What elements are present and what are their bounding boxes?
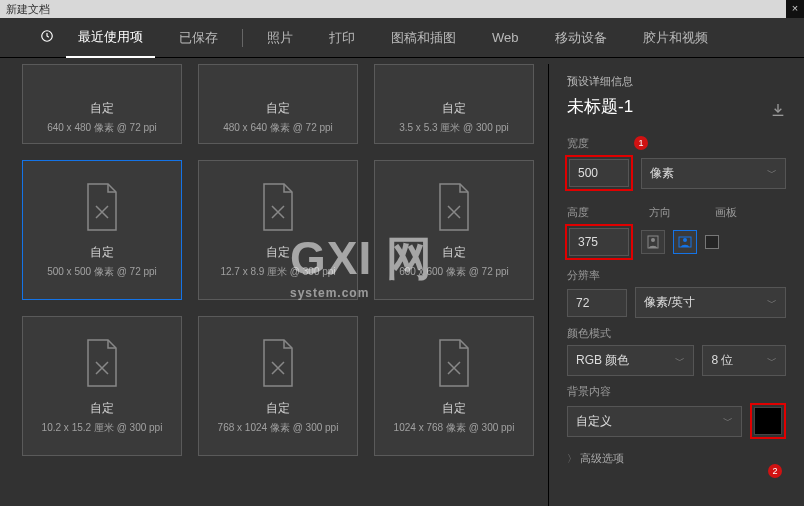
preset-title: 自定 xyxy=(90,400,114,417)
preset-card[interactable]: 自定 12.7 x 8.9 厘米 @ 300 ppi xyxy=(198,160,358,300)
preset-title: 自定 xyxy=(442,244,466,261)
preset-title: 自定 xyxy=(266,100,290,117)
background-color-swatch[interactable] xyxy=(754,407,782,435)
titlebar: 新建文档 xyxy=(0,0,804,18)
color-mode-value: RGB 颜色 xyxy=(576,352,629,369)
save-preset-icon[interactable] xyxy=(770,102,786,121)
file-icon xyxy=(82,182,122,232)
tab-web[interactable]: Web xyxy=(480,20,531,55)
bit-depth-value: 8 位 xyxy=(711,352,733,369)
preset-card[interactable]: 自定 3.5 x 5.3 厘米 @ 300 ppi xyxy=(374,64,534,144)
preset-sub: 500 x 500 像素 @ 72 ppi xyxy=(47,265,157,279)
bit-depth-select[interactable]: 8 位 ﹀ xyxy=(702,345,786,376)
advanced-options-toggle[interactable]: 〉 高级选项 xyxy=(567,451,786,466)
preset-card[interactable]: 自定 1024 x 768 像素 @ 300 ppi xyxy=(374,316,534,456)
preset-sub: 480 x 640 像素 @ 72 ppi xyxy=(223,121,333,135)
chevron-down-icon: ﹀ xyxy=(767,166,777,180)
file-icon xyxy=(258,182,298,232)
tab-saved[interactable]: 已保存 xyxy=(167,19,230,57)
close-button[interactable]: × xyxy=(786,0,804,18)
width-label: 宽度 xyxy=(567,136,786,151)
chevron-down-icon: ﹀ xyxy=(723,414,733,428)
tab-recent[interactable]: 最近使用项 xyxy=(66,18,155,58)
artboard-checkbox[interactable] xyxy=(705,235,719,249)
width-unit-value: 像素 xyxy=(650,165,674,182)
preset-sub: 10.2 x 15.2 厘米 @ 300 ppi xyxy=(42,421,163,435)
color-mode-label: 颜色模式 xyxy=(567,326,786,341)
preset-title: 自定 xyxy=(90,244,114,261)
file-icon xyxy=(258,338,298,388)
preset-title: 自定 xyxy=(266,400,290,417)
divider xyxy=(242,29,243,47)
background-value: 自定义 xyxy=(576,413,612,430)
width-unit-select[interactable]: 像素 ﹀ xyxy=(641,158,786,189)
preset-sub: 1024 x 768 像素 @ 300 ppi xyxy=(394,421,515,435)
preset-details-panel: 预设详细信息 未标题-1 宽度 1 像素 ﹀ xyxy=(548,64,804,506)
preset-sub: 640 x 480 像素 @ 72 ppi xyxy=(47,121,157,135)
svg-point-4 xyxy=(683,238,687,242)
tab-mobile[interactable]: 移动设备 xyxy=(543,19,619,57)
preset-card[interactable]: 自定 640 x 480 像素 @ 72 ppi xyxy=(22,64,182,144)
preset-card[interactable]: 自定 768 x 1024 像素 @ 300 ppi xyxy=(198,316,358,456)
panel-header-label: 预设详细信息 xyxy=(567,74,633,89)
chevron-down-icon: ﹀ xyxy=(767,354,777,368)
preset-sub: 12.7 x 8.9 厘米 @ 300 ppi xyxy=(220,265,335,279)
preset-title: 自定 xyxy=(266,244,290,261)
recent-icon xyxy=(40,29,54,47)
chevron-right-icon: 〉 xyxy=(567,453,577,464)
advanced-label: 高级选项 xyxy=(580,452,624,464)
preset-card[interactable]: 自定 10.2 x 15.2 厘米 @ 300 ppi xyxy=(22,316,182,456)
resolution-input[interactable] xyxy=(567,289,627,317)
preset-sub: 768 x 1024 像素 @ 300 ppi xyxy=(218,421,339,435)
file-icon xyxy=(434,338,474,388)
tab-art[interactable]: 图稿和插图 xyxy=(379,19,468,57)
preset-title: 自定 xyxy=(442,100,466,117)
window-title: 新建文档 xyxy=(6,2,50,17)
preset-card[interactable]: 自定 600 x 600 像素 @ 72 ppi xyxy=(374,160,534,300)
new-document-dialog: 最近使用项 已保存 照片 打印 图稿和插图 Web 移动设备 胶片和视频 自定 … xyxy=(0,18,804,506)
chevron-down-icon: ﹀ xyxy=(675,354,685,368)
file-icon xyxy=(82,338,122,388)
preset-card[interactable]: 自定 480 x 640 像素 @ 72 ppi xyxy=(198,64,358,144)
height-input[interactable] xyxy=(569,228,629,256)
artboard-label: 画板 xyxy=(715,205,737,220)
annotation-badge-2: 2 xyxy=(768,464,782,478)
tab-film[interactable]: 胶片和视频 xyxy=(631,19,720,57)
document-title[interactable]: 未标题-1 xyxy=(567,95,633,118)
chevron-down-icon: ﹀ xyxy=(767,296,777,310)
annotation-badge-1: 1 xyxy=(634,136,648,150)
svg-point-2 xyxy=(651,238,655,242)
tab-photo[interactable]: 照片 xyxy=(255,19,305,57)
preset-card-selected[interactable]: 自定 500 x 500 像素 @ 72 ppi xyxy=(22,160,182,300)
background-label: 背景内容 xyxy=(567,384,786,399)
color-mode-select[interactable]: RGB 颜色 ﹀ xyxy=(567,345,694,376)
preset-sub: 3.5 x 5.3 厘米 @ 300 ppi xyxy=(399,121,509,135)
category-tabs: 最近使用项 已保存 照片 打印 图稿和插图 Web 移动设备 胶片和视频 xyxy=(0,18,804,58)
orientation-landscape-button[interactable] xyxy=(673,230,697,254)
resolution-unit-value: 像素/英寸 xyxy=(644,294,695,311)
file-icon xyxy=(434,182,474,232)
resolution-label: 分辨率 xyxy=(567,268,786,283)
background-select[interactable]: 自定义 ﹀ xyxy=(567,406,742,437)
tab-print[interactable]: 打印 xyxy=(317,19,367,57)
orientation-portrait-button[interactable] xyxy=(641,230,665,254)
resolution-unit-select[interactable]: 像素/英寸 ﹀ xyxy=(635,287,786,318)
height-label: 高度 xyxy=(567,205,629,220)
preset-title: 自定 xyxy=(90,100,114,117)
width-input[interactable] xyxy=(569,159,629,187)
orientation-label: 方向 xyxy=(649,205,671,220)
preset-title: 自定 xyxy=(442,400,466,417)
preset-sub: 600 x 600 像素 @ 72 ppi xyxy=(399,265,509,279)
preset-grid-area: 自定 640 x 480 像素 @ 72 ppi 自定 480 x 640 像素… xyxy=(0,64,548,506)
